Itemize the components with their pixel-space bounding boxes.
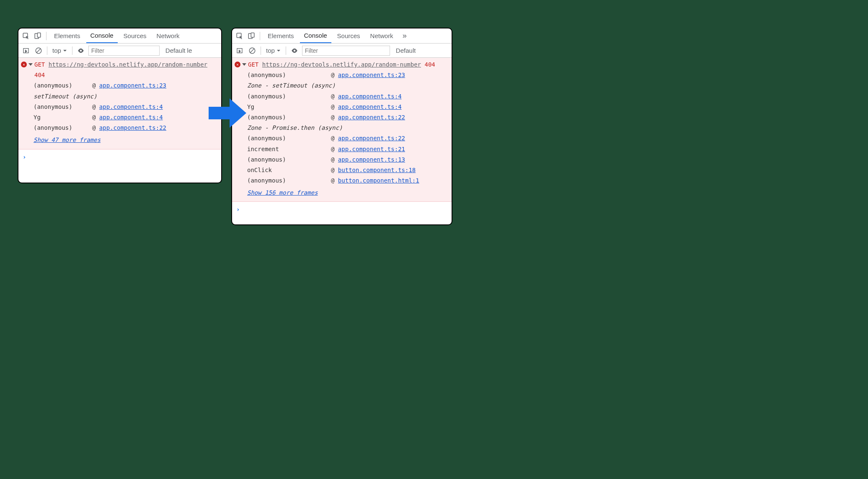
request-url[interactable]: https://ng-devtools.netlify.app/random-n… bbox=[262, 61, 421, 68]
frame-location: @ app.component.ts:4 bbox=[92, 112, 163, 123]
execution-context[interactable]: top bbox=[51, 47, 69, 54]
source-link[interactable]: app.component.ts:13 bbox=[338, 156, 405, 163]
tab-console[interactable]: Console bbox=[300, 28, 331, 43]
divider bbox=[72, 46, 72, 55]
tab-network[interactable]: Network bbox=[366, 28, 398, 43]
frame-function: Yg bbox=[247, 102, 331, 112]
frame-function: (anonymous) bbox=[247, 133, 331, 144]
stack-frame: Yg@ app.component.ts:4 bbox=[247, 102, 449, 112]
sidebar-toggle-icon[interactable] bbox=[235, 46, 245, 56]
stack-frame: (anonymous)@ app.component.ts:23 bbox=[247, 70, 449, 80]
async-boundary: setTimeout (async) bbox=[34, 91, 219, 102]
frame-function: (anonymous) bbox=[34, 102, 92, 112]
stack-frame: (anonymous)@ app.component.ts:22 bbox=[247, 133, 449, 144]
filter-input[interactable] bbox=[88, 46, 160, 56]
stack-frame: (anonymous)@ button.component.html:1 bbox=[247, 175, 449, 186]
more-tabs[interactable]: » bbox=[399, 31, 410, 40]
stack-frame: Yg@ app.component.ts:4 bbox=[34, 112, 219, 123]
frame-function: (anonymous) bbox=[247, 70, 331, 80]
live-expression-icon[interactable] bbox=[289, 46, 300, 56]
devtools-panel-after: Elements Console Sources Network » top D… bbox=[231, 28, 452, 225]
source-link[interactable]: app.component.ts:4 bbox=[99, 114, 163, 121]
source-link[interactable]: app.component.ts:4 bbox=[338, 93, 402, 100]
devtools-tabs: Elements Console Sources Network » bbox=[232, 28, 452, 44]
inspect-icon[interactable] bbox=[21, 31, 31, 41]
async-boundary: Zone - setTimeout (async) bbox=[247, 80, 449, 91]
frame-function: (anonymous) bbox=[247, 112, 331, 123]
http-method: GET bbox=[248, 61, 258, 68]
expand-icon[interactable] bbox=[28, 63, 33, 66]
tab-elements[interactable]: Elements bbox=[264, 28, 298, 43]
request-url[interactable]: https://ng-devtools.netlify.app/random-n… bbox=[49, 61, 207, 68]
tab-sources[interactable]: Sources bbox=[119, 28, 151, 43]
frame-function: (anonymous) bbox=[247, 91, 331, 102]
context-label: top bbox=[266, 47, 275, 54]
stack-trace: (anonymous)@ app.component.ts:23Zone - s… bbox=[235, 70, 449, 186]
live-expression-icon[interactable] bbox=[76, 46, 86, 56]
stack-frame: (anonymous)@ app.component.ts:23 bbox=[34, 80, 219, 91]
stack-frame: (anonymous)@ app.component.ts:22 bbox=[34, 123, 219, 133]
divider bbox=[286, 46, 286, 55]
source-link[interactable]: app.component.ts:23 bbox=[338, 72, 405, 78]
frame-location: @ app.component.ts:21 bbox=[331, 144, 405, 155]
frame-function: increment bbox=[247, 144, 331, 155]
http-status: 404 bbox=[424, 61, 435, 68]
console-error: GET https://ng-devtools.netlify.app/rand… bbox=[232, 58, 452, 202]
log-levels[interactable]: Default bbox=[393, 47, 416, 54]
tab-sources[interactable]: Sources bbox=[333, 28, 364, 43]
expand-icon[interactable] bbox=[242, 63, 246, 66]
async-boundary: Zone - Promise.then (async) bbox=[247, 123, 449, 133]
source-link[interactable]: button.component.html:1 bbox=[338, 177, 419, 184]
show-more-frames[interactable]: Show 156 more frames bbox=[235, 188, 318, 198]
source-link[interactable]: app.component.ts:22 bbox=[338, 135, 405, 142]
svg-rect-8 bbox=[251, 33, 254, 37]
svg-rect-2 bbox=[37, 33, 41, 37]
source-link[interactable]: app.component.ts:23 bbox=[99, 82, 166, 89]
source-link[interactable]: app.component.ts:4 bbox=[338, 103, 402, 110]
show-more-frames[interactable]: Show 47 more frames bbox=[21, 135, 101, 145]
device-toggle-icon[interactable] bbox=[33, 31, 43, 41]
console-body: GET https://ng-devtools.netlify.app/rand… bbox=[18, 58, 221, 183]
console-prompt[interactable] bbox=[18, 149, 221, 165]
frame-location: @ app.component.ts:22 bbox=[92, 123, 166, 133]
stack-trace: (anonymous)@ app.component.ts:23setTimeo… bbox=[21, 80, 219, 133]
frame-location: @ button.component.html:1 bbox=[331, 175, 419, 186]
inspect-icon[interactable] bbox=[235, 31, 245, 41]
log-levels[interactable]: Default le bbox=[162, 47, 192, 54]
sidebar-toggle-icon[interactable] bbox=[21, 46, 31, 56]
frame-location: @ app.component.ts:4 bbox=[92, 102, 163, 112]
frame-function: (anonymous) bbox=[34, 80, 92, 91]
svg-line-5 bbox=[36, 48, 41, 53]
source-link[interactable]: app.component.ts:4 bbox=[99, 103, 163, 110]
frame-location: @ app.component.ts:4 bbox=[331, 102, 402, 112]
filter-input[interactable] bbox=[302, 46, 390, 56]
frame-location: @ app.component.ts:22 bbox=[331, 112, 405, 123]
execution-context[interactable]: top bbox=[264, 47, 282, 54]
console-toolbar: top Default le bbox=[18, 44, 221, 58]
tab-elements[interactable]: Elements bbox=[50, 28, 85, 43]
frame-location: @ app.component.ts:13 bbox=[331, 155, 405, 165]
svg-line-11 bbox=[250, 48, 255, 53]
frame-function: (anonymous) bbox=[247, 155, 331, 165]
stack-frame: (anonymous)@ app.component.ts:13 bbox=[247, 155, 449, 165]
frame-location: @ app.component.ts:4 bbox=[331, 91, 402, 102]
device-toggle-icon[interactable] bbox=[246, 31, 256, 41]
http-status: 404 bbox=[34, 72, 45, 78]
error-header[interactable]: GET https://ng-devtools.netlify.app/rand… bbox=[235, 59, 449, 70]
console-prompt[interactable] bbox=[232, 202, 452, 217]
chevron-down-icon bbox=[276, 49, 281, 53]
clear-console-icon[interactable] bbox=[247, 46, 257, 56]
tab-console[interactable]: Console bbox=[86, 28, 118, 43]
source-link[interactable]: app.component.ts:22 bbox=[99, 124, 166, 131]
devtools-tabs: Elements Console Sources Network bbox=[18, 28, 221, 44]
source-link[interactable]: app.component.ts:21 bbox=[338, 146, 405, 152]
divider bbox=[261, 46, 261, 55]
stack-frame: (anonymous)@ app.component.ts:4 bbox=[247, 91, 449, 102]
console-error: GET https://ng-devtools.netlify.app/rand… bbox=[18, 58, 221, 149]
frame-function: Yg bbox=[34, 112, 92, 123]
source-link[interactable]: app.component.ts:22 bbox=[338, 114, 405, 121]
tab-network[interactable]: Network bbox=[152, 28, 184, 43]
clear-console-icon[interactable] bbox=[34, 46, 44, 56]
error-header[interactable]: GET https://ng-devtools.netlify.app/rand… bbox=[21, 59, 219, 80]
source-link[interactable]: button.component.ts:18 bbox=[338, 167, 416, 173]
